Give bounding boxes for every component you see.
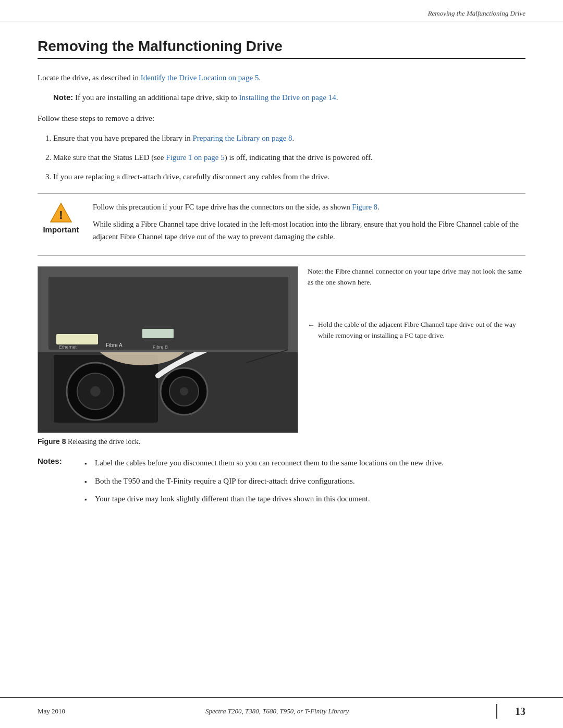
- important-text-body: Follow this precaution if your FC tape d…: [93, 201, 525, 248]
- note-text-after: .: [336, 93, 338, 102]
- svg-text:Fibre B: Fibre B: [153, 344, 168, 350]
- svg-text:Fibre A: Fibre A: [106, 342, 123, 348]
- figure-caption-bold: Figure 8: [38, 437, 66, 446]
- page: Removing the Malfunctioning Drive Removi…: [0, 0, 563, 728]
- step3-text: If you are replacing a direct-attach dri…: [53, 172, 329, 181]
- notes-label: Notes:: [38, 456, 84, 465]
- note-link[interactable]: Installing the Drive on page 14: [239, 93, 336, 102]
- figure-caption: Figure 8 Releasing the drive lock.: [38, 437, 525, 446]
- notes-label-text: Notes:: [38, 456, 62, 465]
- step2-text-before: Make sure that the Status LED (see: [53, 153, 166, 162]
- steps-list: Ensure that you have prepared the librar…: [53, 132, 525, 183]
- intro-paragraph: Locate the drive, as described in Identi…: [38, 71, 525, 84]
- page-header: Removing the Malfunctioning Drive: [0, 0, 563, 21]
- note-item-3: Your tape drive may look slightly differ…: [84, 492, 525, 505]
- important-figure-link[interactable]: Figure 8: [352, 203, 377, 211]
- follow-steps-text: Follow these steps to remove a drive:: [38, 112, 525, 125]
- step-1: Ensure that you have prepared the librar…: [53, 132, 525, 145]
- annotation-1: Note: the Fibre channel connector on you…: [308, 266, 525, 288]
- svg-text:Ethernet: Ethernet: [59, 344, 77, 350]
- step1-link[interactable]: Preparing the Library on page 8: [192, 134, 292, 142]
- page-footer: May 2010 Spectra T200, T380, T680, T950,…: [0, 697, 563, 728]
- step-3: If you are replacing a direct-attach dri…: [53, 170, 525, 183]
- header-text: Removing the Malfunctioning Drive: [428, 9, 525, 18]
- step2-text-after: ) is off, indicating that the drive is p…: [225, 153, 373, 162]
- note-block: Note: If you are installing an additiona…: [53, 91, 525, 104]
- note-item-1: Label the cables before you disconnect t…: [84, 456, 525, 470]
- figure-svg: Fibre A Ethernet Fibre B: [38, 266, 298, 433]
- figure-annotations: Note: the Fibre channel connector on you…: [298, 266, 525, 346]
- note-text-before: If you are installing an additional tape…: [75, 93, 239, 102]
- footer-page-number: 13: [505, 706, 525, 718]
- notes-items: Label the cables before you disconnect t…: [84, 456, 525, 511]
- step1-text-after: .: [292, 134, 295, 142]
- warning-triangle-icon: !: [50, 202, 72, 223]
- footer-product: Spectra T200, T380, T680, T950, or T-Fin…: [65, 707, 489, 715]
- annotation2-text: Hold the cable of the adjacent Fibre Cha…: [318, 319, 525, 341]
- important-para1: Follow this precaution if your FC tape d…: [93, 201, 525, 213]
- important-para2: While sliding a Fibre Channel tape drive…: [93, 218, 525, 242]
- page-title: Removing the Malfunctioning Drive: [38, 38, 525, 59]
- intro-link[interactable]: Identify the Drive Location on page 5: [141, 73, 259, 82]
- svg-rect-16: [142, 329, 174, 338]
- important-block: ! Important Follow this precaution if yo…: [38, 193, 525, 256]
- footer-page-group: 13: [489, 704, 525, 719]
- note-item-2: Both the T950 and the T-Finity require a…: [84, 475, 525, 488]
- svg-point-7: [90, 386, 101, 397]
- annotation1-text: Note: the Fibre channel connector on you…: [308, 267, 522, 286]
- important-para1-before: Follow this precaution if your FC tape d…: [93, 203, 352, 211]
- intro-text-before: Locate the drive, as described in: [38, 73, 141, 82]
- important-icon-group: ! Important: [38, 201, 84, 234]
- figure-caption-text: Releasing the drive lock.: [66, 438, 140, 446]
- important-label: Important: [43, 225, 79, 234]
- svg-point-10: [180, 387, 188, 396]
- step1-text-before: Ensure that you have prepared the librar…: [53, 134, 192, 142]
- svg-rect-15: [56, 334, 98, 344]
- notes-section: Notes: Label the cables before you disco…: [38, 456, 525, 511]
- step2-link[interactable]: Figure 1 on page 5: [166, 153, 224, 162]
- figure-image: Fibre A Ethernet Fibre B: [38, 266, 298, 433]
- notes-list: Label the cables before you disconnect t…: [84, 456, 525, 505]
- footer-divider: [496, 704, 497, 719]
- svg-text:!: !: [59, 208, 63, 221]
- note-label: Note:: [53, 93, 73, 102]
- figure-container: Fibre A Ethernet Fibre B Note: the Fibre…: [38, 266, 525, 433]
- step-2: Make sure that the Status LED (see Figur…: [53, 151, 525, 164]
- annotation-2: Hold the cable of the adjacent Fibre Cha…: [308, 319, 525, 341]
- main-content: Removing the Malfunctioning Drive Locate…: [0, 21, 563, 542]
- important-para1-after: .: [377, 203, 380, 211]
- footer-date: May 2010: [38, 707, 65, 715]
